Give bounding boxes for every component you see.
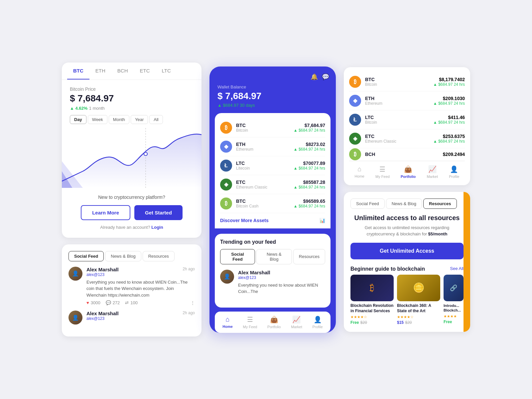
- social-feed-tab[interactable]: Social Feed: [68, 251, 104, 261]
- trending-resources-tab[interactable]: Resources: [293, 249, 325, 264]
- nav-market[interactable]: 📈 Market: [291, 316, 302, 329]
- tab-etc[interactable]: ETC: [134, 63, 156, 79]
- market-ltc-icon: Ł: [349, 114, 361, 126]
- guide-title: Beginner guide to blockchain: [350, 266, 425, 272]
- portfolio-icon: 👜: [270, 316, 278, 324]
- market-row-etc: ◈ ETC Ethereum Classic $253.6375 ▲ $684.…: [349, 129, 465, 148]
- filter-week[interactable]: Week: [88, 115, 107, 124]
- market-etc-symbol: ETC: [365, 134, 433, 139]
- right-home-icon: ⌂: [357, 165, 361, 173]
- trending-author: Alex Marshall: [238, 270, 325, 275]
- share-icon: ⇄: [125, 300, 129, 305]
- right-nav-market[interactable]: 📈 Market: [427, 165, 438, 179]
- asset-name-ltc: Litecoin: [236, 166, 294, 171]
- phone-nav: ⌂ Home ☰ My Feed 👜 Portfolio 📈 Market 👤 …: [215, 312, 331, 333]
- right-profile-icon: 👤: [450, 165, 458, 173]
- message-icon[interactable]: 💬: [322, 73, 329, 80]
- market-eth-symbol: ETH: [365, 96, 433, 101]
- news-blog-tab[interactable]: News & Blog: [105, 251, 141, 261]
- trending-social-tab[interactable]: Social Feed: [220, 249, 255, 264]
- filter-all[interactable]: All: [149, 115, 163, 124]
- market-eth-change: ▲ $684.97 24 hrs: [433, 101, 465, 106]
- asset-price-eth: $8273.02: [294, 142, 325, 147]
- guide-item-3: 🔗 Introdu... Blockch... ★★★★ Free: [444, 275, 464, 325]
- tab-bch[interactable]: BCH: [111, 63, 134, 79]
- right-nav-profile-label: Profile: [449, 175, 459, 179]
- nav-home[interactable]: ⌂ Home: [222, 316, 233, 329]
- tab-btc[interactable]: BTC: [67, 63, 89, 79]
- like-action[interactable]: ♥ 3000: [86, 300, 100, 305]
- post-content-1: Alex Marshall alex@123 2h ago Everything…: [86, 267, 195, 306]
- res-social-tab[interactable]: Social Feed: [350, 199, 385, 209]
- filter-day[interactable]: Day: [70, 115, 86, 124]
- filter-month[interactable]: Month: [109, 115, 129, 124]
- market-eth-name: Ethereum: [365, 101, 433, 106]
- right-myfeed-icon: ☰: [379, 165, 385, 173]
- nav-profile-label: Profile: [312, 325, 323, 329]
- unlimited-desc: Get access to unlimited resources regard…: [350, 224, 464, 237]
- tab-eth[interactable]: ETH: [89, 63, 111, 79]
- nav-portfolio[interactable]: 👜 Portfolio: [267, 316, 281, 329]
- etc-icon: ◈: [220, 179, 232, 191]
- resources-tab[interactable]: Resources: [143, 251, 175, 261]
- asset-symbol-eth: ETH: [236, 142, 294, 147]
- get-unlimited-button[interactable]: Get Unlimited Access: [350, 243, 464, 259]
- eth-icon: ◆: [220, 141, 232, 153]
- learn-more-button[interactable]: Learn More: [81, 205, 130, 220]
- btc-icon: ₿: [220, 122, 232, 134]
- market-etc-price: $253.6375: [433, 134, 465, 139]
- asset-price-etc: $85587.28: [294, 180, 325, 185]
- home-icon: ⌂: [226, 316, 230, 323]
- asset-change-bch: ▲ $684.97 24 hrs: [294, 204, 325, 208]
- right-nav-home[interactable]: ⌂ Home: [355, 165, 364, 179]
- tab-ltc[interactable]: LTC: [156, 63, 177, 79]
- cta-text: New to cryptocurrency platform?: [70, 195, 194, 200]
- asset-change-btc: ▲ $684.97 24 hrs: [294, 128, 325, 133]
- notification-icon[interactable]: 🔔: [311, 73, 318, 80]
- price-change: ▲ 4.62%: [70, 106, 87, 111]
- market-eth-icon: ◆: [349, 95, 361, 107]
- trending-text: Everything you need to know about WIEN C…: [238, 282, 325, 295]
- like-count: 3000: [91, 300, 100, 305]
- market-row-eth: ◆ ETH Ethereum $209.1030 ▲ $684.97 24 hr…: [349, 91, 465, 110]
- market-etc-icon: ◈: [349, 133, 361, 145]
- trending-news-tab[interactable]: News & Blog: [256, 249, 292, 264]
- cta-section: New to cryptocurrency platform? Learn Mo…: [62, 188, 201, 238]
- post-time-2: 2h ago: [183, 311, 195, 315]
- right-nav-portfolio[interactable]: 👜 Portfolio: [401, 165, 416, 179]
- market-etc-change: ▲ $684.97 24 hrs: [433, 139, 465, 144]
- post-time-1: 2h ago: [183, 267, 195, 271]
- asset-price-bch: $96589.65: [294, 199, 325, 204]
- share-action[interactable]: ⇄ 100: [125, 300, 138, 305]
- discover-icon: 📊: [320, 218, 325, 223]
- login-link[interactable]: Login: [151, 225, 163, 230]
- profile-icon: 👤: [314, 316, 322, 324]
- post-author-1: Alex Marshall: [86, 267, 119, 272]
- discover-link[interactable]: Discover More Assets 📊: [220, 213, 325, 223]
- get-started-button[interactable]: Get Started: [134, 205, 183, 220]
- right-nav-profile[interactable]: 👤 Profile: [449, 165, 459, 179]
- res-news-tab[interactable]: News & Blog: [386, 199, 422, 209]
- market-row-bch: ₿ BCH $209.2494: [349, 148, 465, 161]
- guide-free-price-3: Free: [444, 320, 452, 324]
- nav-myfeed[interactable]: ☰ My Feed: [243, 316, 257, 329]
- right-market-icon: 📈: [428, 165, 437, 173]
- see-all-link[interactable]: See All: [450, 266, 464, 271]
- filter-year[interactable]: Year: [131, 115, 148, 124]
- right-nav-portfolio-label: Portfolio: [401, 175, 416, 179]
- guide-item-2: 🪙 Blockchain 360: A State of the Art ★★★…: [397, 275, 440, 325]
- asset-row-bch: ₿ BTC Bitcoin Cash $96589.65 ▲ $684.97 2…: [220, 194, 325, 213]
- post-handle-1: alex@123: [86, 272, 119, 277]
- more-action[interactable]: ⋮: [191, 300, 195, 305]
- guide-free-price-1: Free: [350, 320, 359, 325]
- avatar-1: 👤: [68, 267, 82, 281]
- market-row-btc: ₿ BTC Bitcoin $8,179.7402 ▲ $684.97 24 h…: [349, 72, 465, 91]
- right-nav-myfeed[interactable]: ☰ My Feed: [375, 165, 390, 179]
- comment-action[interactable]: 💬 272: [106, 300, 120, 305]
- crypto-price-card: BTC ETH BCH ETC LTC Bitcoin Price $ 7,68…: [62, 63, 201, 238]
- nav-profile[interactable]: 👤 Profile: [312, 316, 323, 329]
- res-resources-tab[interactable]: Resources: [423, 199, 457, 209]
- unlimited-price: $5/month: [428, 231, 448, 236]
- resources-tab-group: Social Feed News & Blog Resources: [350, 199, 464, 209]
- comment-count: 272: [113, 300, 120, 305]
